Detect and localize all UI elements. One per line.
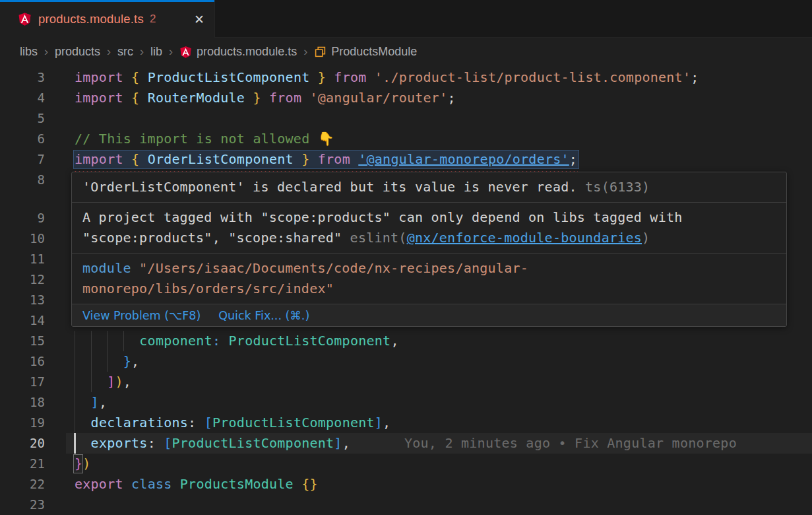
hover-section-1: 'OrderListComponent' is declared but its… — [72, 172, 786, 202]
code-token: ) — [115, 374, 123, 390]
tab-problems-badge: 2 — [150, 13, 156, 26]
line-number[interactable]: 17 — [0, 372, 45, 392]
code-token: ProductListComponent — [229, 333, 391, 349]
code-token: ProductsModule — [180, 476, 294, 492]
code-token: ProductListComponent — [148, 69, 310, 85]
code-token: declarations — [91, 415, 189, 430]
code-editor[interactable]: 3import { ProductListComponent } from '.… — [0, 66, 812, 515]
line-number[interactable]: 3 — [0, 67, 45, 88]
code-token — [309, 151, 317, 167]
tab-close-icon[interactable]: ✕ — [194, 12, 204, 26]
code-line[interactable]: component: ProductListComponent, — [75, 331, 399, 351]
line-number[interactable]: 13 — [0, 290, 45, 310]
breadcrumb-item-libs[interactable]: libs — [20, 45, 38, 59]
angular-icon — [18, 12, 32, 26]
code-token: , — [383, 415, 390, 430]
code-token: , — [99, 394, 107, 410]
line-number[interactable]: 11 — [0, 249, 45, 269]
code-line[interactable]: exports: [ProductListComponent], — [75, 433, 350, 454]
line-number[interactable]: 8 — [0, 170, 45, 190]
code-token — [172, 476, 180, 492]
breadcrumb-item-products.module.ts[interactable]: products.module.ts — [179, 45, 297, 59]
code-token: ] — [334, 435, 342, 451]
code-line[interactable]: import { ProductListComponent } from './… — [75, 67, 699, 88]
breadcrumb-label: ProductsModule — [331, 45, 417, 59]
code-token — [156, 435, 164, 451]
code-token: : — [148, 435, 156, 451]
breadcrumb: libs›products›src›lib›products.module.ts… — [0, 38, 812, 66]
code-token — [75, 435, 91, 451]
code-token: } — [253, 90, 261, 106]
breadcrumb-label: lib — [150, 45, 162, 59]
breadcrumb-item-src[interactable]: src — [117, 45, 133, 59]
code-token: : — [212, 333, 220, 349]
line-number[interactable]: 5 — [0, 108, 45, 129]
code-token: ] — [107, 374, 115, 390]
code-token: eslint( — [342, 230, 406, 246]
code-token: } — [123, 353, 131, 369]
line-number[interactable]: 9 — [0, 208, 45, 228]
code-line[interactable]: ], — [75, 392, 107, 413]
code-line[interactable]: // This import is not allowed 👇 — [75, 129, 334, 149]
tab-products-module[interactable]: products.module.ts 2 ✕ — [0, 0, 215, 38]
code-token — [367, 69, 375, 85]
line-number[interactable]: 16 — [0, 351, 45, 372]
code-token: monorepo/libs/orders/src/index" — [82, 281, 334, 296]
code-token: ts(6133) — [577, 179, 650, 195]
code-token: [ — [204, 415, 212, 430]
breadcrumb-item-lib[interactable]: lib — [150, 45, 162, 59]
view-problem-action[interactable]: View Problem (⌥F8) — [82, 309, 201, 322]
hover-text-line: module "/Users/isaac/Documents/code/nx-r… — [82, 258, 776, 279]
line-number[interactable]: 7 — [0, 149, 45, 170]
code-token: [ — [164, 435, 172, 451]
breadcrumb-item-ProductsModule[interactable]: ProductsModule — [314, 45, 417, 59]
code-token — [261, 90, 269, 106]
line-number[interactable]: 10 — [0, 228, 45, 249]
code-token: "/Users/isaac/Documents/code/nx-recipes/… — [139, 260, 528, 276]
squiggle-underline — [148, 166, 294, 171]
code-token — [123, 476, 131, 492]
code-token — [309, 69, 317, 85]
active-tab-indicator — [0, 0, 214, 2]
breadcrumb-label: products — [55, 45, 100, 59]
line-number[interactable]: 21 — [0, 454, 45, 474]
code-token: 'OrderListComponent' is declared but its… — [82, 179, 577, 195]
code-line[interactable]: }, — [75, 351, 139, 372]
code-token: OrderListComponent — [148, 151, 294, 167]
line-number[interactable]: 4 — [0, 88, 45, 108]
code-line[interactable]: import { RouterModule } from '@angular/r… — [75, 88, 456, 108]
hover-tooltip: 'OrderListComponent' is declared but its… — [71, 172, 787, 327]
breadcrumb-label: products.module.ts — [197, 45, 297, 59]
code-line[interactable]: export class ProductsModule {} — [75, 474, 318, 495]
code-token: import — [75, 90, 123, 106]
code-token: ProductListComponent — [172, 435, 334, 451]
line-number[interactable]: 23 — [0, 495, 45, 515]
code-line[interactable]: declarations: [ProductListComponent], — [75, 413, 390, 433]
tab-bar: products.module.ts 2 ✕ — [0, 0, 812, 38]
hover-text-line: "scope:products", "scope:shared" eslint(… — [82, 228, 776, 248]
code-token: , — [342, 435, 350, 451]
line-number[interactable]: 6 — [0, 129, 45, 149]
line-number[interactable]: 18 — [0, 392, 45, 413]
code-token — [196, 415, 204, 430]
line-number[interactable]: 19 — [0, 413, 45, 433]
breadcrumb-separator: › — [169, 45, 173, 59]
code-token: ] — [91, 394, 99, 410]
code-token: from — [318, 151, 350, 167]
code-token — [326, 69, 334, 85]
code-token: component — [139, 333, 212, 349]
code-token: "scope:products", "scope:shared" — [82, 230, 342, 246]
breadcrumb-item-products[interactable]: products — [55, 45, 100, 59]
code-token: from — [334, 69, 366, 85]
line-number[interactable]: 20 — [0, 433, 45, 454]
line-number[interactable]: 15 — [0, 331, 45, 351]
eslint-rule-link[interactable]: @nx/enforce-module-boundaries — [407, 230, 642, 246]
line-number[interactable]: 22 — [0, 474, 45, 495]
line-number[interactable]: 12 — [0, 269, 45, 290]
code-line[interactable]: ]), — [75, 372, 131, 392]
line-number[interactable]: 14 — [0, 310, 45, 331]
code-token — [139, 90, 147, 106]
code-token — [139, 151, 147, 167]
quick-fix-action[interactable]: Quick Fix... (⌘.) — [218, 309, 309, 322]
code-token: exports — [91, 435, 148, 451]
